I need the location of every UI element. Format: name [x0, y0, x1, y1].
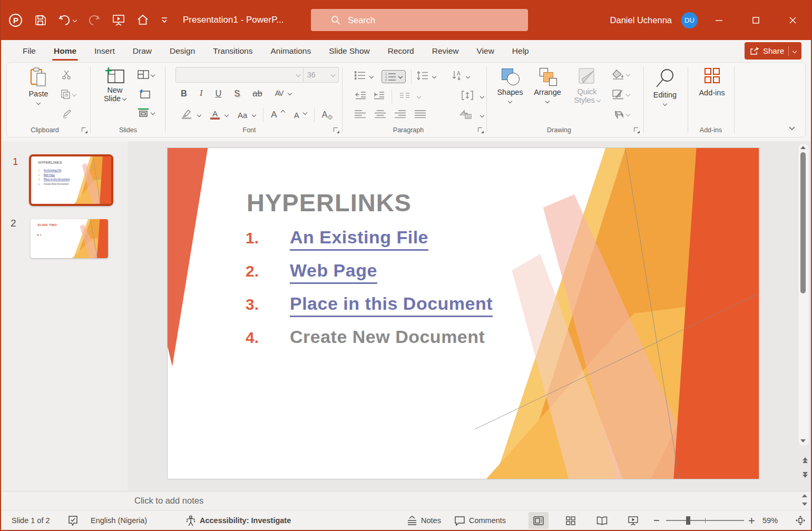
zoom-percentage[interactable]: 59% [762, 510, 778, 530]
normal-view-button[interactable] [529, 512, 549, 529]
tab-help[interactable]: Help [505, 40, 536, 62]
tab-animations[interactable]: Animations [263, 40, 318, 62]
hyperlink-web-page[interactable]: Web Page [290, 260, 377, 284]
scroll-up-arrow[interactable] [800, 146, 806, 149]
comments-toggle[interactable]: Comments [454, 510, 506, 530]
columns-button[interactable] [399, 92, 410, 101]
tab-file[interactable]: File [16, 40, 43, 62]
format-painter-button[interactable] [62, 109, 72, 119]
font-dialog-launcher[interactable] [334, 127, 339, 133]
search-box[interactable]: Search [311, 9, 528, 31]
quick-styles-button[interactable]: Quick Styles [570, 68, 604, 104]
notes-placeholder[interactable]: Click to add notes [134, 496, 203, 506]
powerpoint-logo-icon[interactable]: P [8, 13, 23, 27]
slide-sorter-view-button[interactable] [561, 512, 581, 529]
editing-button[interactable]: Editing [649, 68, 681, 105]
spellcheck-icon[interactable] [68, 510, 78, 530]
change-case-button[interactable]: Aa [238, 111, 247, 120]
tab-design[interactable]: Design [163, 40, 202, 62]
convert-smartart-button[interactable] [459, 109, 472, 121]
collapse-ribbon-button[interactable] [788, 123, 796, 133]
align-text-button[interactable] [462, 91, 473, 102]
reset-slide-button[interactable] [139, 89, 150, 99]
copy-button[interactable] [61, 89, 76, 100]
reading-view-button[interactable] [592, 512, 612, 529]
shape-fill-button[interactable] [612, 69, 630, 80]
hyperlink-place-in-document[interactable]: Place in this Document [290, 293, 493, 317]
shape-outline-button[interactable] [612, 89, 630, 100]
tab-insert[interactable]: Insert [87, 40, 122, 62]
hyperlink-existing-file[interactable]: An Existing File [290, 227, 428, 251]
tab-record[interactable]: Record [381, 40, 421, 62]
notes-pane[interactable]: Click to add notes [1, 491, 811, 510]
zoom-out-button[interactable] [653, 510, 660, 530]
clipboard-dialog-launcher[interactable] [82, 127, 87, 133]
home-icon[interactable] [136, 14, 149, 26]
slide-body-list[interactable]: 1. An Existing File 2. Web Page 3. Place… [246, 227, 493, 360]
arrange-button[interactable]: Arrange [532, 68, 563, 103]
accessibility-status[interactable]: Accessibility: Investigate [185, 510, 291, 530]
decrease-font-button[interactable]: A [294, 111, 299, 120]
list-item-1[interactable]: 1. An Existing File [246, 227, 493, 249]
user-name[interactable]: Daniel Uchenna [610, 15, 672, 25]
slide-indicator[interactable]: Slide 1 of 2 [12, 510, 50, 530]
clear-formatting-button[interactable]: A [322, 110, 334, 120]
font-name-combo[interactable] [175, 67, 304, 83]
next-slide-button[interactable] [803, 472, 808, 478]
list-item-3[interactable]: 3. Place in this Document [246, 293, 493, 316]
avatar[interactable]: DU [681, 12, 698, 28]
slide-title-text[interactable]: HYPERLINKS [247, 188, 412, 217]
paragraph-dialog-launcher[interactable] [478, 127, 484, 133]
vertical-scrollbar[interactable] [798, 143, 809, 446]
slide-thumbnail-2[interactable]: SLIDE TWO [31, 219, 108, 258]
increase-font-button[interactable]: A [271, 110, 277, 120]
minimize-button[interactable] [700, 0, 737, 40]
bullets-button[interactable] [355, 71, 366, 82]
addins-button[interactable]: Add-ins [696, 68, 728, 97]
strikethrough-button[interactable]: ab [252, 88, 262, 99]
decrease-indent-button[interactable] [355, 92, 366, 102]
redo-button[interactable] [88, 14, 101, 26]
notes-toggle[interactable]: Notes [407, 510, 441, 530]
text-direction-button[interactable]: A [452, 71, 462, 83]
start-slideshow-icon[interactable] [112, 14, 125, 26]
paste-button[interactable]: Paste [23, 67, 54, 104]
share-button[interactable]: Share [745, 42, 801, 60]
cut-button[interactable] [62, 70, 71, 80]
tab-home[interactable]: Home [47, 40, 83, 62]
justify-button[interactable] [415, 110, 426, 120]
maximize-button[interactable] [737, 0, 774, 40]
zoom-slider-thumb[interactable] [686, 516, 690, 525]
slide-canvas[interactable]: HYPERLINKS 1. An Existing File 2. Web Pa… [167, 148, 759, 479]
italic-button[interactable]: I [200, 88, 203, 99]
slide-layout-button[interactable] [138, 70, 154, 79]
align-right-button[interactable] [395, 110, 406, 120]
increase-indent-button[interactable] [373, 92, 384, 102]
scroll-down-arrow[interactable] [800, 439, 806, 442]
tab-draw[interactable]: Draw [126, 40, 159, 62]
drawing-dialog-launcher[interactable] [634, 127, 640, 133]
customize-qat-icon[interactable] [161, 17, 168, 23]
notes-scroll-up[interactable] [802, 494, 807, 497]
highlight-color-button[interactable] [181, 109, 192, 121]
language-indicator[interactable]: English (Nigeria) [91, 510, 147, 530]
numbering-button[interactable]: 123 [381, 70, 406, 83]
line-spacing-button[interactable] [417, 71, 428, 82]
list-item-2[interactable]: 2. Web Page [246, 260, 493, 282]
undo-button[interactable] [58, 14, 76, 26]
fit-slide-to-window-button[interactable] [795, 510, 806, 530]
tab-slide-show[interactable]: Slide Show [322, 40, 377, 62]
previous-slide-button[interactable] [803, 457, 808, 463]
character-spacing-button[interactable]: AV [275, 89, 283, 97]
slideshow-view-button[interactable] [623, 512, 643, 529]
bold-button[interactable]: B [181, 88, 187, 99]
font-color-button[interactable]: A [210, 110, 220, 119]
scrollbar-thumb[interactable] [800, 152, 806, 293]
align-left-button[interactable] [355, 110, 366, 120]
list-item-4[interactable]: 4. Create New Document [246, 327, 493, 349]
underline-button[interactable]: U [215, 88, 221, 99]
font-size-combo[interactable]: 36 [303, 67, 339, 83]
shape-effects-button[interactable] [612, 109, 630, 120]
new-slide-button[interactable]: New Slide [97, 67, 132, 103]
tab-view[interactable]: View [470, 40, 501, 62]
